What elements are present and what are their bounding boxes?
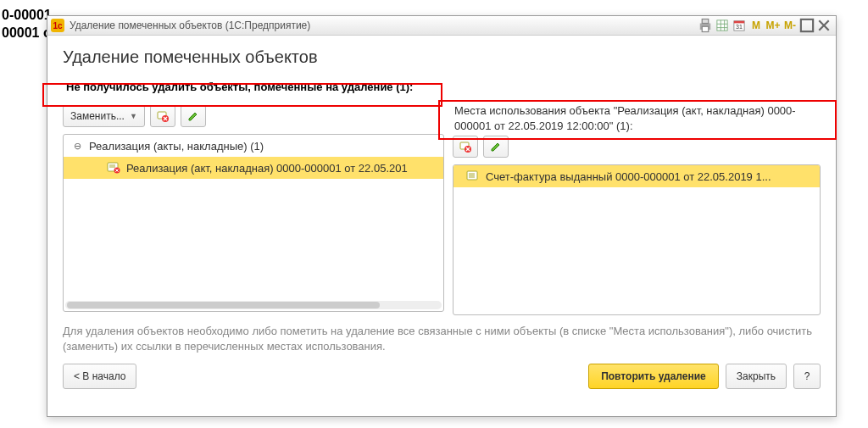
chevron-down-icon: ▼ bbox=[130, 112, 137, 120]
svg-rect-3 bbox=[717, 20, 727, 31]
usage-item-label: Счет-фактура выданный 0000-000001 от 22.… bbox=[486, 170, 771, 183]
m-plus-button[interactable]: M+ bbox=[765, 18, 782, 33]
page-title: Удаление помеченных объектов bbox=[63, 47, 821, 67]
titlebar: 1c Удаление помеченных объектов (1С:Пред… bbox=[47, 16, 836, 36]
fail-message: Не получилось удалить объекты, помеченны… bbox=[63, 79, 821, 95]
objects-tree[interactable]: ⊖ Реализация (акты, накладные) (1) Реали… bbox=[63, 134, 444, 312]
svg-rect-2 bbox=[702, 26, 709, 31]
app-icon: 1c bbox=[51, 19, 64, 32]
usage-list[interactable]: Счет-фактура выданный 0000-000001 от 22.… bbox=[453, 164, 821, 315]
edit-button-right[interactable] bbox=[483, 136, 509, 158]
tree-item-label: Реализация (акт, накладная) 0000-000001 … bbox=[126, 162, 408, 175]
content-area: Удаление помеченных объектов Не получило… bbox=[47, 36, 836, 417]
hint-text: Для удаления объектов необходимо либо по… bbox=[63, 324, 821, 353]
help-button[interactable]: ? bbox=[793, 364, 821, 389]
document-icon bbox=[465, 170, 481, 183]
m-minus-button[interactable]: M- bbox=[782, 18, 798, 33]
collapse-icon[interactable]: ⊖ bbox=[72, 141, 82, 151]
print-icon[interactable] bbox=[697, 18, 714, 33]
horizontal-scrollbar[interactable] bbox=[65, 301, 442, 309]
replace-button[interactable]: Заменить... ▼ bbox=[63, 105, 145, 127]
back-button[interactable]: < В начало bbox=[63, 364, 136, 389]
document-delete-icon bbox=[106, 161, 121, 175]
m-button[interactable]: M bbox=[748, 18, 765, 33]
edit-button[interactable] bbox=[181, 105, 206, 127]
background-text: 0-00001 00001 о bbox=[0, 0, 53, 49]
retry-delete-button[interactable]: Повторить удаление bbox=[588, 364, 719, 389]
calendar-icon[interactable]: 31 bbox=[731, 18, 748, 33]
mark-delete-button-right[interactable] bbox=[453, 136, 478, 158]
dialog-window: 1c Удаление помеченных объектов (1С:Пред… bbox=[47, 15, 837, 417]
usage-label: Места использования объекта "Реализация … bbox=[453, 103, 821, 134]
maximize-icon[interactable] bbox=[798, 18, 815, 33]
close-button[interactable]: Закрыть bbox=[726, 364, 787, 389]
svg-text:31: 31 bbox=[736, 24, 743, 30]
tree-group-row[interactable]: ⊖ Реализация (акты, накладные) (1) bbox=[64, 135, 443, 157]
svg-rect-11 bbox=[801, 19, 813, 31]
svg-rect-1 bbox=[702, 19, 709, 24]
svg-rect-9 bbox=[734, 21, 744, 24]
window-title: Удаление помеченных объектов (1С:Предпри… bbox=[70, 19, 310, 31]
tree-item-row[interactable]: Реализация (акт, накладная) 0000-000001 … bbox=[64, 157, 443, 179]
replace-label: Заменить... bbox=[70, 110, 125, 122]
table-icon[interactable] bbox=[714, 18, 731, 33]
usage-item-row[interactable]: Счет-фактура выданный 0000-000001 от 22.… bbox=[453, 165, 820, 187]
close-icon[interactable] bbox=[815, 18, 832, 33]
mark-delete-button[interactable] bbox=[150, 105, 175, 127]
tree-group-label: Реализация (акты, накладные) (1) bbox=[89, 140, 264, 153]
footer: < В начало Повторить удаление Закрыть ? bbox=[63, 364, 821, 389]
